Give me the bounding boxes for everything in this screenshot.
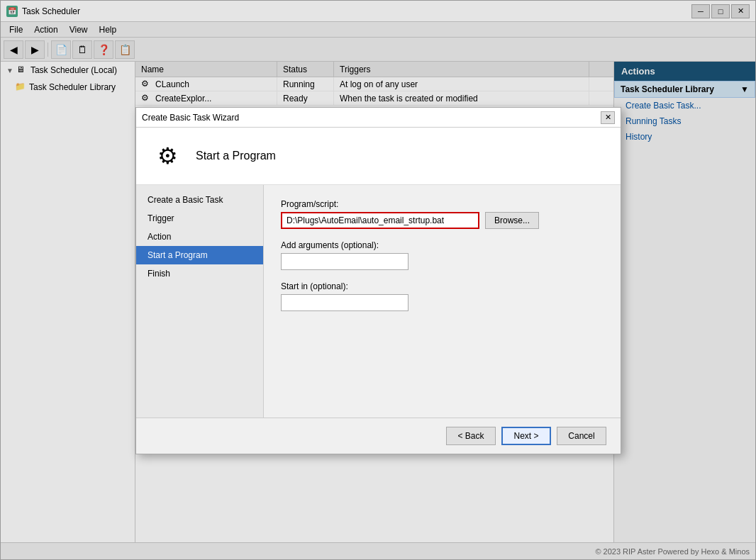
dialog-header: ⚙ Start a Program: [136, 128, 621, 185]
nav-start-a-program[interactable]: Start a Program: [136, 246, 263, 264]
program-script-input[interactable]: [281, 212, 479, 229]
add-arguments-row: [281, 253, 604, 270]
nav-action[interactable]: Action: [136, 228, 263, 246]
back-button[interactable]: < Back: [446, 427, 496, 445]
create-basic-task-dialog: Create Basic Task Wizard ✕ ⚙ Start a Pro…: [135, 107, 621, 454]
dialog-close-button[interactable]: ✕: [601, 111, 615, 124]
add-arguments-group: Add arguments (optional):: [281, 240, 604, 270]
dialog-footer: < Back Next > Cancel: [136, 418, 621, 454]
next-button[interactable]: Next >: [501, 427, 551, 445]
start-in-group: Start in (optional):: [281, 281, 604, 311]
program-icon: ⚙: [150, 139, 184, 173]
nav-trigger[interactable]: Trigger: [136, 209, 263, 228]
nav-create-basic-task[interactable]: Create a Basic Task: [136, 191, 263, 209]
dialog-body: Create a Basic Task Trigger Action Start…: [136, 185, 621, 418]
dialog-overlay: Create Basic Task Wizard ✕ ⚙ Start a Pro…: [1, 1, 755, 559]
program-script-group: Program/script: Browse...: [281, 199, 604, 229]
nav-finish[interactable]: Finish: [136, 264, 263, 283]
dialog-nav: Create a Basic Task Trigger Action Start…: [136, 185, 264, 418]
dialog-title: Create Basic Task Wizard: [142, 113, 239, 123]
add-arguments-input[interactable]: [281, 253, 408, 270]
dialog-form: Program/script: Browse... Add arguments …: [264, 185, 621, 418]
main-window: 📅 Task Scheduler ─ □ ✕ File Action View …: [0, 0, 756, 560]
cancel-button[interactable]: Cancel: [557, 427, 606, 445]
program-script-label: Program/script:: [281, 199, 604, 209]
start-in-row: [281, 294, 604, 311]
start-in-label: Start in (optional):: [281, 281, 604, 291]
dialog-content: ⚙ Start a Program Create a Basic Task Tr…: [136, 128, 621, 454]
browse-button[interactable]: Browse...: [485, 212, 539, 229]
program-script-row: Browse...: [281, 212, 604, 229]
start-in-input[interactable]: [281, 294, 408, 311]
dialog-title-bar: Create Basic Task Wizard ✕: [136, 108, 621, 128]
add-arguments-label: Add arguments (optional):: [281, 240, 604, 250]
dialog-header-title: Start a Program: [196, 150, 276, 162]
